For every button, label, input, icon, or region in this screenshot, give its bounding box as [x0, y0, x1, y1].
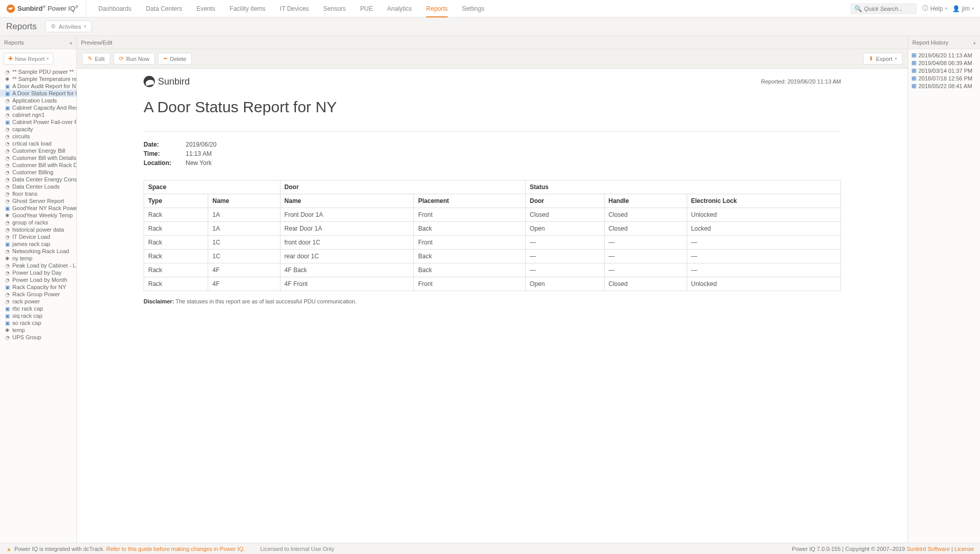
table-row: Rack4F4F BackBack———	[144, 263, 841, 277]
doc-icon	[4, 105, 10, 111]
tree-item[interactable]: rack power	[0, 298, 76, 305]
tree-item-label: Power Load by Month	[12, 277, 67, 283]
tree-item-label: A Door Audit Report for NY	[12, 83, 76, 89]
pencil-icon: ✎	[88, 55, 92, 62]
new-report-button[interactable]: ✚ New Report ▾	[4, 53, 53, 65]
nav-events[interactable]: Events	[189, 0, 223, 17]
tree-item[interactable]: james rack cap	[0, 240, 76, 248]
tree-item[interactable]: Peak Load by Cabinet - Last 30 D	[0, 262, 76, 269]
user-name: jim	[962, 5, 970, 12]
table-cell: Closed	[604, 208, 687, 222]
table-row: Rack1Cfront door 1CFront———	[144, 236, 841, 250]
tree-item[interactable]: Power Load by Month	[0, 276, 76, 283]
user-dropdown[interactable]: 👤 jim ▾	[952, 5, 974, 12]
help-dropdown[interactable]: ⓘ Help ▾	[922, 4, 947, 13]
table-header: Handle	[604, 194, 687, 208]
edit-button[interactable]: ✎Edit	[82, 53, 110, 65]
table-cell: Front	[414, 236, 526, 250]
nav-analytics[interactable]: Analytics	[380, 0, 419, 17]
tree-item[interactable]: Data Center Loads	[0, 183, 76, 190]
history-item[interactable]: 2018/07/18 12:56 PM	[911, 74, 977, 82]
table-cell: 1C	[208, 250, 280, 263]
tree-item[interactable]: Customer Energy Bill	[0, 147, 76, 154]
tree-item[interactable]: Customer Bill with Rack Details	[0, 161, 76, 169]
report-toolbar: ✎Edit ⟳Run Now ━Delete ⬇Export▾	[77, 49, 908, 69]
gauge-icon	[4, 69, 10, 75]
tree-item[interactable]: A Door Audit Report for NY	[0, 83, 76, 90]
nav-facility-items[interactable]: Facility Items	[223, 0, 273, 17]
version-text: Power IQ 7.0.0-155	[792, 546, 841, 552]
gauge-icon	[4, 227, 10, 233]
brand[interactable]: Sunbird® Power IQ®	[6, 0, 86, 17]
table-cell: Front Door 1A	[280, 208, 414, 222]
guide-link[interactable]: Refer to this guide before making change…	[106, 546, 245, 552]
export-label: Export	[876, 56, 892, 62]
delete-button[interactable]: ━Delete	[158, 53, 192, 65]
tree-item[interactable]: rbc rack cap	[0, 305, 76, 312]
tree-item[interactable]: temp	[0, 326, 76, 334]
tree-item[interactable]: historical power data	[0, 226, 76, 233]
history-item[interactable]: 2019/06/20 11:13 AM	[911, 51, 977, 59]
company-link[interactable]: Sunbird Software	[907, 546, 950, 552]
search-input[interactable]	[864, 6, 913, 12]
tree-item[interactable]: UPS Group	[0, 334, 76, 341]
nav-reports[interactable]: Reports	[419, 0, 455, 17]
doc-icon	[4, 83, 10, 89]
tree-item[interactable]: Data Center Energy Consumption	[0, 176, 76, 183]
tree-item[interactable]: ny temp	[0, 255, 76, 262]
tree-item[interactable]: Power Load by Day	[0, 269, 76, 276]
report-title: A Door Status Report for NY	[144, 98, 841, 116]
tree-item[interactable]: crtical rack load	[0, 140, 76, 147]
quick-search[interactable]: 🔍	[850, 3, 917, 14]
meta-date-label: Date:	[144, 141, 186, 148]
tree-item[interactable]: Networking Rack Load	[0, 248, 76, 255]
table-header: Name	[208, 194, 280, 208]
tree-item[interactable]: Application Loads	[0, 97, 76, 104]
tree-item[interactable]: circuits	[0, 133, 76, 140]
tree-item[interactable]: Customer Billing	[0, 169, 76, 176]
tree-item[interactable]: IT Device Load	[0, 233, 76, 240]
tree-item[interactable]: ** Sample Temperature report **	[0, 75, 76, 83]
tree-item[interactable]: cabinet ngn1	[0, 111, 76, 118]
disclaimer: Disclaimer: The statuses in this report …	[144, 298, 841, 304]
tree-item[interactable]: Cabinet Capacity And Redundancy	[0, 104, 76, 111]
tree-item[interactable]: so rack cap	[0, 319, 76, 326]
tree-item[interactable]: siq rack cap	[0, 312, 76, 319]
license-link[interactable]: License	[954, 546, 974, 552]
gauge-icon	[4, 140, 10, 147]
nav-pue[interactable]: PUE	[353, 0, 380, 17]
gauge-icon	[4, 277, 10, 283]
nav-dashboards[interactable]: Dashboards	[91, 0, 139, 17]
tree-item[interactable]: group of racks	[0, 219, 76, 226]
export-button[interactable]: ⬇Export▾	[863, 53, 903, 65]
collapse-icon[interactable]: ▴	[70, 40, 72, 45]
tree-item[interactable]: A Door Status Report for NY	[0, 90, 76, 97]
activities-button[interactable]: ⚙ Activities ▾	[45, 20, 92, 32]
gauge-icon	[4, 112, 10, 118]
tree-item[interactable]: Rack Group Power	[0, 291, 76, 298]
tree-item-label: Rack Group Power	[12, 291, 60, 297]
tree-item[interactable]: capacity	[0, 126, 76, 133]
tree-item[interactable]: GoodYear Weekly Temp	[0, 212, 76, 219]
download-icon: ⬇	[869, 55, 873, 62]
tree-item[interactable]: Rack Capacity for NY	[0, 283, 76, 291]
tree-item[interactable]: Customer Bill with Details	[0, 154, 76, 161]
nav-sensors[interactable]: Sensors	[316, 0, 353, 17]
table-cell: —	[526, 263, 605, 277]
history-item-label: 2019/03/14 01:37 PM	[918, 68, 972, 74]
history-item[interactable]: 2018/05/22 08:41 AM	[911, 82, 977, 90]
tree-item[interactable]: floor trans	[0, 190, 76, 197]
tree-item[interactable]: ** Sample PDU power **	[0, 68, 76, 75]
tree-item[interactable]: Cabinet Power Fail-over Redundancy	[0, 118, 76, 126]
help-label: Help	[930, 5, 943, 12]
tree-item[interactable]: Ghost Server Report	[0, 197, 76, 204]
tree-item[interactable]: GoodYear NY Rack Power Cap	[0, 204, 76, 212]
nav-data-centers[interactable]: Data Centers	[138, 0, 189, 17]
preview-header: Preview/Edit	[77, 36, 908, 49]
nav-settings[interactable]: Settings	[455, 0, 491, 17]
collapse-icon[interactable]: ▴	[973, 40, 976, 45]
run-now-button[interactable]: ⟳Run Now	[113, 53, 155, 65]
nav-it-devices[interactable]: IT Devices	[273, 0, 316, 17]
history-item[interactable]: 2019/03/14 01:37 PM	[911, 67, 977, 74]
history-item[interactable]: 2019/04/08 06:39 AM	[911, 59, 977, 67]
